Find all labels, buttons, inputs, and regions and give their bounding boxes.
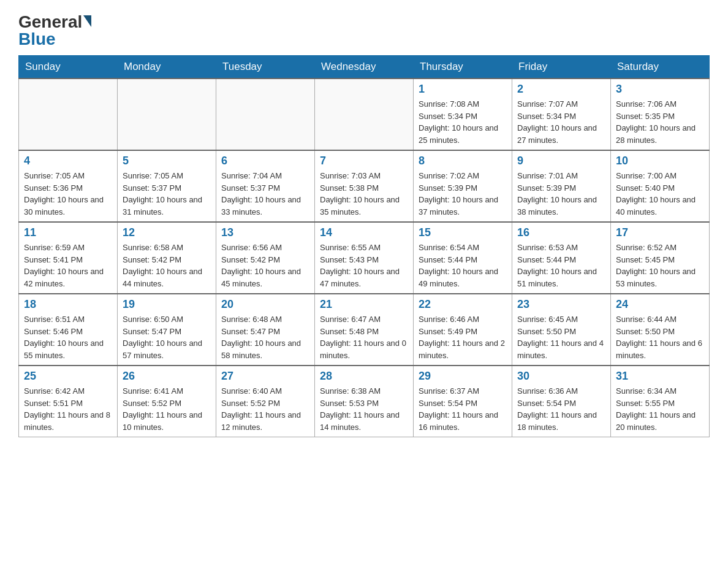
day-info: Sunrise: 7:01 AM Sunset: 5:39 PM Dayligh… <box>517 170 605 218</box>
day-number: 15 <box>419 226 507 239</box>
day-number: 25 <box>24 370 112 383</box>
day-info: Sunrise: 7:03 AM Sunset: 5:38 PM Dayligh… <box>320 170 408 218</box>
day-info: Sunrise: 6:41 AM Sunset: 5:52 PM Dayligh… <box>123 385 211 433</box>
day-info: Sunrise: 6:44 AM Sunset: 5:50 PM Dayligh… <box>616 313 704 361</box>
day-info: Sunrise: 6:59 AM Sunset: 5:41 PM Dayligh… <box>24 242 112 289</box>
calendar-cell-11: 11Sunrise: 6:59 AM Sunset: 5:41 PM Dayli… <box>19 222 118 294</box>
day-info: Sunrise: 6:51 AM Sunset: 5:46 PM Dayligh… <box>24 313 112 361</box>
page-header: GeneralBlue <box>18 12 710 49</box>
day-info: Sunrise: 7:08 AM Sunset: 5:34 PM Dayligh… <box>419 98 507 146</box>
day-number: 22 <box>419 298 507 311</box>
day-number: 10 <box>616 155 704 167</box>
day-info: Sunrise: 6:56 AM Sunset: 5:42 PM Dayligh… <box>221 242 309 289</box>
calendar-cell-23: 23Sunrise: 6:45 AM Sunset: 5:50 PM Dayli… <box>512 294 611 366</box>
day-number: 4 <box>24 155 112 167</box>
day-info: Sunrise: 6:38 AM Sunset: 5:53 PM Dayligh… <box>320 385 408 433</box>
calendar-cell-3: 3Sunrise: 7:06 AM Sunset: 5:35 PM Daylig… <box>611 79 710 150</box>
calendar-cell-8: 8Sunrise: 7:02 AM Sunset: 5:39 PM Daylig… <box>414 150 512 222</box>
calendar-cell-10: 10Sunrise: 7:00 AM Sunset: 5:40 PM Dayli… <box>611 150 710 222</box>
calendar-header-sunday: Sunday <box>19 56 118 79</box>
day-number: 3 <box>616 83 704 96</box>
calendar-cell-26: 26Sunrise: 6:41 AM Sunset: 5:52 PM Dayli… <box>118 366 216 437</box>
calendar-header-thursday: Thursday <box>414 56 512 79</box>
day-info: Sunrise: 7:00 AM Sunset: 5:40 PM Dayligh… <box>616 170 704 218</box>
logo-blue-text: Blue <box>18 29 56 49</box>
calendar-cell-empty-w0d0 <box>19 79 118 150</box>
day-info: Sunrise: 6:45 AM Sunset: 5:50 PM Dayligh… <box>517 313 605 361</box>
day-number: 13 <box>221 226 309 239</box>
calendar-cell-7: 7Sunrise: 7:03 AM Sunset: 5:38 PM Daylig… <box>315 150 414 222</box>
day-info: Sunrise: 6:48 AM Sunset: 5:47 PM Dayligh… <box>221 313 309 361</box>
day-number: 18 <box>24 298 112 311</box>
day-info: Sunrise: 7:06 AM Sunset: 5:35 PM Dayligh… <box>616 98 704 146</box>
calendar-cell-1: 1Sunrise: 7:08 AM Sunset: 5:34 PM Daylig… <box>414 79 512 150</box>
calendar-header-monday: Monday <box>118 56 216 79</box>
day-number: 26 <box>123 370 211 383</box>
day-info: Sunrise: 7:05 AM Sunset: 5:36 PM Dayligh… <box>24 170 112 218</box>
calendar-header-row: SundayMondayTuesdayWednesdayThursdayFrid… <box>19 56 710 79</box>
calendar-cell-12: 12Sunrise: 6:58 AM Sunset: 5:42 PM Dayli… <box>118 222 216 294</box>
day-number: 7 <box>320 155 408 167</box>
calendar-week-5: 25Sunrise: 6:42 AM Sunset: 5:51 PM Dayli… <box>19 366 710 437</box>
day-info: Sunrise: 6:55 AM Sunset: 5:43 PM Dayligh… <box>320 242 408 289</box>
calendar-cell-31: 31Sunrise: 6:34 AM Sunset: 5:55 PM Dayli… <box>611 366 710 437</box>
calendar-table: SundayMondayTuesdayWednesdayThursdayFrid… <box>18 55 710 437</box>
calendar-cell-13: 13Sunrise: 6:56 AM Sunset: 5:42 PM Dayli… <box>216 222 315 294</box>
calendar-header-tuesday: Tuesday <box>216 56 315 79</box>
calendar-header-friday: Friday <box>512 56 611 79</box>
day-number: 20 <box>221 298 309 311</box>
day-info: Sunrise: 6:37 AM Sunset: 5:54 PM Dayligh… <box>419 385 507 433</box>
day-info: Sunrise: 6:34 AM Sunset: 5:55 PM Dayligh… <box>616 385 704 433</box>
calendar-cell-9: 9Sunrise: 7:01 AM Sunset: 5:39 PM Daylig… <box>512 150 611 222</box>
day-number: 12 <box>123 226 211 239</box>
calendar-cell-empty-w0d3 <box>315 79 414 150</box>
day-info: Sunrise: 6:47 AM Sunset: 5:48 PM Dayligh… <box>320 313 408 361</box>
logo: GeneralBlue <box>18 12 93 49</box>
day-number: 16 <box>517 226 605 239</box>
day-number: 11 <box>24 226 112 239</box>
day-number: 30 <box>517 370 605 383</box>
calendar-cell-28: 28Sunrise: 6:38 AM Sunset: 5:53 PM Dayli… <box>315 366 414 437</box>
calendar-cell-27: 27Sunrise: 6:40 AM Sunset: 5:52 PM Dayli… <box>216 366 315 437</box>
day-number: 6 <box>221 155 309 167</box>
day-number: 17 <box>616 226 704 239</box>
day-info: Sunrise: 6:58 AM Sunset: 5:42 PM Dayligh… <box>123 242 211 289</box>
calendar-cell-29: 29Sunrise: 6:37 AM Sunset: 5:54 PM Dayli… <box>414 366 512 437</box>
calendar-week-2: 4Sunrise: 7:05 AM Sunset: 5:36 PM Daylig… <box>19 150 710 222</box>
calendar-cell-24: 24Sunrise: 6:44 AM Sunset: 5:50 PM Dayli… <box>611 294 710 366</box>
calendar-cell-2: 2Sunrise: 7:07 AM Sunset: 5:34 PM Daylig… <box>512 79 611 150</box>
day-info: Sunrise: 7:05 AM Sunset: 5:37 PM Dayligh… <box>123 170 211 218</box>
logo-arrow-icon <box>83 15 91 27</box>
calendar-cell-25: 25Sunrise: 6:42 AM Sunset: 5:51 PM Dayli… <box>19 366 118 437</box>
day-number: 27 <box>221 370 309 383</box>
calendar-week-4: 18Sunrise: 6:51 AM Sunset: 5:46 PM Dayli… <box>19 294 710 366</box>
day-number: 9 <box>517 155 605 167</box>
calendar-header-wednesday: Wednesday <box>315 56 414 79</box>
day-info: Sunrise: 6:40 AM Sunset: 5:52 PM Dayligh… <box>221 385 309 433</box>
calendar-cell-16: 16Sunrise: 6:53 AM Sunset: 5:44 PM Dayli… <box>512 222 611 294</box>
day-number: 2 <box>517 83 605 96</box>
day-info: Sunrise: 6:46 AM Sunset: 5:49 PM Dayligh… <box>419 313 507 361</box>
calendar-header-saturday: Saturday <box>611 56 710 79</box>
calendar-cell-5: 5Sunrise: 7:05 AM Sunset: 5:37 PM Daylig… <box>118 150 216 222</box>
day-number: 19 <box>123 298 211 311</box>
day-number: 24 <box>616 298 704 311</box>
day-number: 31 <box>616 370 704 383</box>
day-info: Sunrise: 6:36 AM Sunset: 5:54 PM Dayligh… <box>517 385 605 433</box>
calendar-cell-4: 4Sunrise: 7:05 AM Sunset: 5:36 PM Daylig… <box>19 150 118 222</box>
day-number: 23 <box>517 298 605 311</box>
day-number: 21 <box>320 298 408 311</box>
calendar-cell-15: 15Sunrise: 6:54 AM Sunset: 5:44 PM Dayli… <box>414 222 512 294</box>
calendar-cell-19: 19Sunrise: 6:50 AM Sunset: 5:47 PM Dayli… <box>118 294 216 366</box>
day-info: Sunrise: 6:54 AM Sunset: 5:44 PM Dayligh… <box>419 242 507 289</box>
day-number: 5 <box>123 155 211 167</box>
day-info: Sunrise: 6:42 AM Sunset: 5:51 PM Dayligh… <box>24 385 112 433</box>
calendar-week-3: 11Sunrise: 6:59 AM Sunset: 5:41 PM Dayli… <box>19 222 710 294</box>
day-info: Sunrise: 7:07 AM Sunset: 5:34 PM Dayligh… <box>517 98 605 146</box>
calendar-cell-empty-w0d2 <box>216 79 315 150</box>
calendar-cell-empty-w0d1 <box>118 79 216 150</box>
day-info: Sunrise: 7:02 AM Sunset: 5:39 PM Dayligh… <box>419 170 507 218</box>
day-info: Sunrise: 7:04 AM Sunset: 5:37 PM Dayligh… <box>221 170 309 218</box>
day-info: Sunrise: 6:52 AM Sunset: 5:45 PM Dayligh… <box>616 242 704 289</box>
calendar-cell-17: 17Sunrise: 6:52 AM Sunset: 5:45 PM Dayli… <box>611 222 710 294</box>
